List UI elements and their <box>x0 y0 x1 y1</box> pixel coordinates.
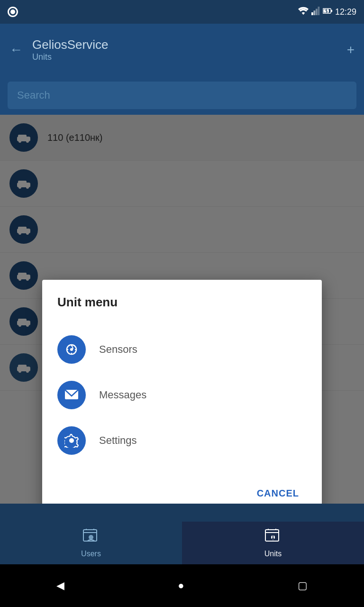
search-input-container[interactable]: Search <box>8 82 356 109</box>
back-button[interactable]: ← <box>9 42 23 57</box>
sensors-icon <box>57 335 86 364</box>
search-placeholder: Search <box>17 89 50 101</box>
dialog-actions: CANCEL <box>57 477 307 504</box>
unit-menu-dialog: Unit menu Sensors <box>42 280 322 504</box>
back-nav-button[interactable]: ◀ <box>56 579 64 592</box>
cancel-button[interactable]: CANCEL <box>249 482 307 504</box>
dialog-title: Unit menu <box>57 295 307 310</box>
units-nav-icon <box>264 528 282 547</box>
bottom-nav-units[interactable]: Units <box>182 522 364 564</box>
signal-icon <box>311 7 320 18</box>
dialog-overlay: Unit menu Sensors <box>0 115 364 504</box>
recents-nav-button[interactable]: ▢ <box>298 579 308 592</box>
app-bar-title-group: GeliosService Units <box>32 37 347 62</box>
status-bar-right: 12:29 <box>298 7 356 18</box>
settings-menu-item[interactable]: Settings <box>57 418 307 463</box>
svg-point-42 <box>69 438 74 443</box>
list-container: 110 (е110нк) 12-гар Owner: Союз 12313213 <box>0 115 364 504</box>
sensors-menu-item[interactable]: Sensors <box>57 327 307 372</box>
svg-point-47 <box>89 535 93 540</box>
app-title: GeliosService <box>32 37 347 52</box>
users-nav-icon <box>82 528 100 547</box>
svg-rect-3 <box>318 7 319 15</box>
status-bar-left <box>8 7 18 17</box>
wifi-icon <box>298 7 309 18</box>
svg-rect-6 <box>331 9 332 11</box>
app-bar: ← GeliosService Units + <box>0 24 364 76</box>
settings-icon <box>57 426 86 455</box>
system-nav-bar: ◀ ● ▢ <box>0 564 364 607</box>
sensors-label: Sensors <box>99 343 137 356</box>
bottom-nav: Users Units <box>0 522 364 564</box>
home-nav-button[interactable]: ● <box>178 579 184 592</box>
messages-icon <box>57 381 86 409</box>
svg-rect-2 <box>316 9 318 15</box>
battery-icon <box>323 7 332 18</box>
bottom-nav-users[interactable]: Users <box>0 522 182 564</box>
svg-rect-1 <box>313 10 315 15</box>
status-bar: 12:29 <box>0 0 364 24</box>
units-nav-label: Units <box>264 550 282 558</box>
svg-rect-0 <box>311 12 313 15</box>
svg-rect-48 <box>265 530 279 541</box>
svg-point-53 <box>272 538 274 540</box>
messages-menu-item[interactable]: Messages <box>57 372 307 418</box>
recording-indicator <box>8 7 18 17</box>
users-nav-label: Users <box>81 550 101 558</box>
search-bar: Search <box>0 76 364 115</box>
messages-label: Messages <box>99 389 146 401</box>
add-button[interactable]: + <box>347 42 355 57</box>
status-time: 12:29 <box>335 7 356 17</box>
app-subtitle: Units <box>32 52 347 62</box>
settings-label: Settings <box>99 434 137 447</box>
